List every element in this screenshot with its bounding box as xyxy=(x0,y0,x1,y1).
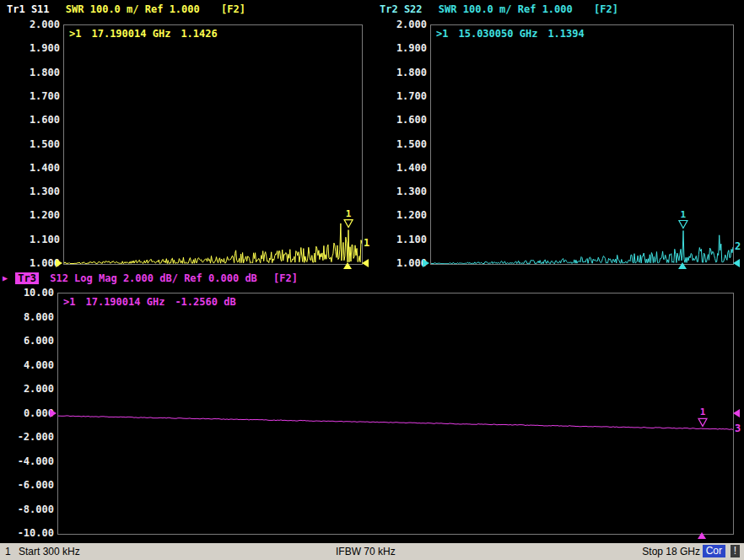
y-axis-label: 1.400 xyxy=(12,162,60,174)
trace3-format: S12 Log Mag 2.000 dB/ Ref 0.000 dB xyxy=(50,272,257,284)
y-axis-label: 1.000 xyxy=(12,257,60,269)
y-axis-label: 1.200 xyxy=(379,209,427,221)
trace1-name: Tr1 S11 xyxy=(7,3,50,15)
status-bar: 1 Start 300 kHz IFBW 70 kHz Stop 18 GHz … xyxy=(0,543,744,560)
reference-level-indicator-left[interactable] xyxy=(423,259,429,267)
active-marker-prefix: >1 xyxy=(436,28,448,40)
vna-screen: Tr1 S11 SWR 100.0 m/ Ref 1.000 [F2] Tr2 … xyxy=(0,0,744,560)
marker-number-label: 1 xyxy=(681,209,687,220)
trace2-name: Tr2 S22 xyxy=(380,3,423,15)
reference-level-indicator-right[interactable] xyxy=(733,409,740,417)
trace-number-indicator: 1 xyxy=(364,237,369,249)
channel-number: 1 xyxy=(5,546,11,557)
y-axis-label: 2.000 xyxy=(12,19,60,30)
y-axis-label: 4.000 xyxy=(6,359,54,371)
y-axis-label: 1.100 xyxy=(379,234,427,245)
trace-number-indicator: 2 xyxy=(735,240,741,252)
trace3-tag: [F2] xyxy=(273,272,298,284)
marker-readout-tr1: >117.190014 GHz1.1426 xyxy=(69,28,218,40)
marker-number-label: 1 xyxy=(700,407,706,417)
trace3-title[interactable]: ▶ Tr3 S12 Log Mag 2.000 dB/ Ref 0.000 dB… xyxy=(3,272,298,284)
y-axis-label: 2.000 xyxy=(379,19,427,30)
trace1-tag: [F2] xyxy=(221,3,245,15)
start-frequency: Start 300 kHz xyxy=(19,546,80,557)
y-axis-label: -6.000 xyxy=(6,479,54,491)
marker-readout-tr3: >117.190014 GHz-1.2560 dB xyxy=(63,296,236,308)
warning-badge: ! xyxy=(731,545,740,557)
y-axis-label: 10.00 xyxy=(6,287,54,299)
marker-1-symbol[interactable] xyxy=(698,418,707,426)
y-axis-logmag: 10.008.0006.0004.0002.0000.000-2.000-4.0… xyxy=(6,287,54,541)
marker-frequency: 17.190014 GHz xyxy=(91,28,170,40)
marker-stimulus-indicator[interactable] xyxy=(343,262,352,269)
y-axis-label: 1.600 xyxy=(12,114,60,126)
trace2-format: SWR 100.0 m/ Ref 1.000 xyxy=(439,3,573,15)
y-axis-label: 1.100 xyxy=(12,234,60,245)
logmag-plot-s12: 1 >117.190014 GHz-1.2560 dB xyxy=(57,293,734,535)
active-trace-pointer-icon: ▶ xyxy=(3,273,8,283)
trace2-tag: [F2] xyxy=(594,3,618,15)
stop-frequency: Stop 18 GHz xyxy=(642,546,700,557)
y-axis-label: 1.900 xyxy=(12,42,60,54)
marker-frequency: 17.190014 GHz xyxy=(85,296,164,308)
y-axis-label: -10.00 xyxy=(6,527,54,539)
marker-stimulus-indicator[interactable] xyxy=(698,532,706,539)
y-axis-label: 1.400 xyxy=(379,162,427,174)
y-axis-label: 1.500 xyxy=(12,138,60,150)
y-axis-label: 1.000 xyxy=(379,257,427,269)
y-axis-label: 1.600 xyxy=(379,114,427,126)
y-axis-label: 0.000 xyxy=(6,407,54,419)
marker-frequency: 15.030050 GHz xyxy=(458,28,537,40)
trace-number-indicator: 3 xyxy=(735,423,741,434)
reference-level-indicator-left[interactable] xyxy=(56,259,62,267)
trace3-plot-svg: 1 xyxy=(58,293,733,534)
y-axis-label: 1.700 xyxy=(379,90,427,102)
marker-value: 1.1394 xyxy=(547,28,584,40)
y-axis-label: 1.300 xyxy=(379,186,427,197)
marker-value: -1.2560 dB xyxy=(175,296,235,308)
active-marker-prefix: >1 xyxy=(69,28,81,40)
y-axis-label: 6.000 xyxy=(6,335,54,347)
tr1-s11-swr-line xyxy=(64,223,362,264)
tr2-s22-swr-line xyxy=(431,231,733,264)
trace1-title[interactable]: Tr1 S11 SWR 100.0 m/ Ref 1.000 [F2] xyxy=(7,3,245,15)
reference-level-indicator-right[interactable] xyxy=(362,259,369,267)
ifbw-readout: IFBW 70 kHz xyxy=(336,546,396,557)
y-axis-label: -4.000 xyxy=(6,455,54,467)
trace2-title[interactable]: Tr2 S22 SWR 100.0 m/ Ref 1.000 [F2] xyxy=(380,3,618,15)
reference-level-indicator-right[interactable] xyxy=(733,259,740,267)
reference-level-indicator-left[interactable] xyxy=(50,409,57,417)
tr3-s12-logmag-line xyxy=(58,416,733,430)
y-axis-label: -8.000 xyxy=(6,503,54,515)
marker-1-symbol[interactable] xyxy=(679,221,687,229)
marker-readout-tr2: >115.030050 GHz1.1394 xyxy=(436,28,585,40)
y-axis-label: 1.900 xyxy=(379,42,427,54)
y-axis-swr-left: 2.0001.9001.8001.7001.6001.5001.4001.300… xyxy=(12,19,60,272)
y-axis-label: 1.800 xyxy=(379,67,427,78)
correction-badge: Cor xyxy=(703,545,725,557)
trace1-plot-svg: 1 xyxy=(64,25,362,264)
trace3-name: Tr3 xyxy=(15,272,39,284)
y-axis-label: 1.700 xyxy=(12,90,60,102)
swr-plot-s11: 1 >117.190014 GHz1.1426 xyxy=(63,24,363,265)
marker-1-symbol[interactable] xyxy=(344,220,353,228)
y-axis-swr-right: 2.0001.9001.8001.7001.6001.5001.4001.300… xyxy=(379,19,427,272)
active-marker-prefix: >1 xyxy=(63,296,75,308)
y-axis-label: 1.300 xyxy=(12,186,60,197)
y-axis-label: 1.500 xyxy=(379,138,427,150)
y-axis-label: -2.000 xyxy=(6,431,54,443)
y-axis-label: 2.000 xyxy=(6,383,54,395)
y-axis-label: 1.200 xyxy=(12,209,60,221)
y-axis-label: 1.800 xyxy=(12,67,60,78)
trace2-plot-svg: 1 xyxy=(431,25,733,264)
swr-plot-s22: 1 >115.030050 GHz1.1394 xyxy=(430,24,734,265)
marker-number-label: 1 xyxy=(346,208,352,219)
y-axis-label: 8.000 xyxy=(6,311,54,323)
trace1-format: SWR 100.0 m/ Ref 1.000 xyxy=(66,3,200,15)
marker-stimulus-indicator[interactable] xyxy=(678,262,687,269)
marker-value: 1.1426 xyxy=(181,28,217,40)
